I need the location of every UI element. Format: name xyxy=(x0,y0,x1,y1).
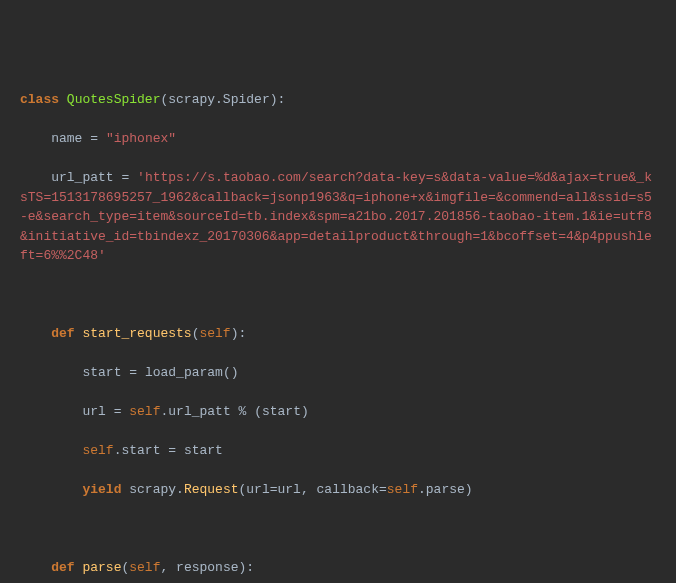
code-line xyxy=(20,519,656,539)
code-line: class QuotesSpider(scrapy.Spider): xyxy=(20,90,656,110)
code-line: start = load_param() xyxy=(20,363,656,383)
code-line: def start_requests(self): xyxy=(20,324,656,344)
code-line: def parse(self, response): xyxy=(20,558,656,578)
code-line: name = "iphonex" xyxy=(20,129,656,149)
code-line xyxy=(20,285,656,305)
code-line: url_patt = 'https://s.taobao.com/search?… xyxy=(20,168,656,266)
code-line: yield scrapy.Request(url=url, callback=s… xyxy=(20,480,656,500)
code-line: url = self.url_patt % (start) xyxy=(20,402,656,422)
code-line: self.start = start xyxy=(20,441,656,461)
